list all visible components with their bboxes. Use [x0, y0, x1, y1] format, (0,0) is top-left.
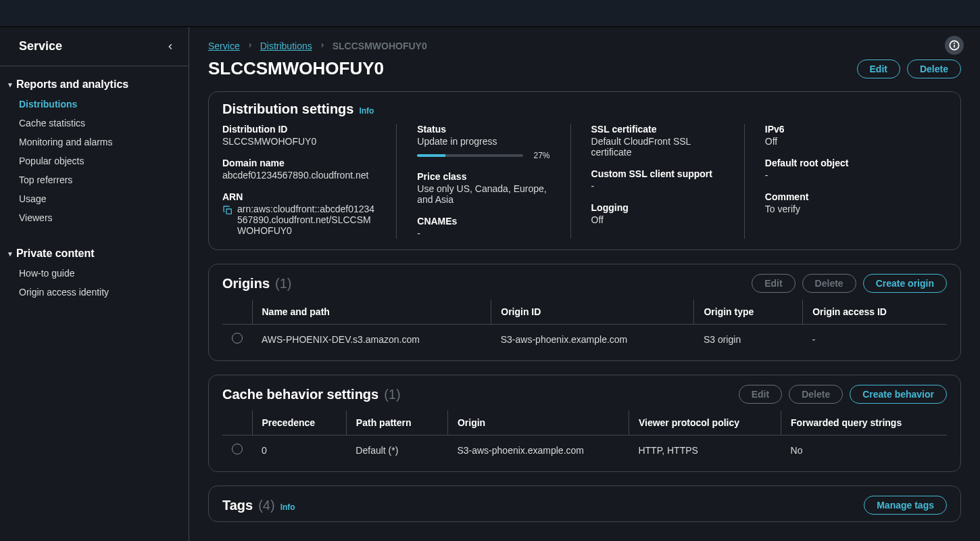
root-object-value: -: [765, 170, 927, 181]
th-origin: Origin: [447, 410, 629, 436]
ipv6-value: Off: [765, 136, 927, 147]
sidebar-item-monitoring[interactable]: Monitoring and alarms: [0, 133, 189, 151]
sidebar-header: Service: [0, 27, 189, 66]
th-origin-type: Origin type: [694, 300, 803, 325]
domain-name-value: abcdef01234567890.cloudfront.net: [222, 170, 376, 181]
chevron-right-icon: [319, 41, 326, 51]
sidebar-section-label: Private content: [16, 248, 95, 260]
table-row[interactable]: 0 Default (*) S3-aws-phoenix.example.com…: [222, 436, 947, 465]
field-label: CNAMEs: [417, 216, 549, 227]
progress-bar: [417, 154, 522, 157]
panel-title: Cache behavior settings (1): [222, 387, 401, 402]
sidebar: Service ▼ Reports and analytics Distribu…: [0, 27, 189, 541]
cell-precedence: 0: [252, 436, 346, 465]
caret-down-icon: ▼: [7, 81, 14, 89]
copy-icon[interactable]: [222, 205, 233, 216]
field-label: Comment: [765, 191, 927, 202]
panel-title: Origins (1): [222, 276, 291, 291]
main-content: Service Distributions SLCCSMWOHOFUY0 SLC…: [189, 27, 980, 541]
info-link[interactable]: Info: [359, 106, 374, 116]
sidebar-section-private: ▼ Private content How-to guide Origin ac…: [0, 235, 189, 310]
th-precedence: Precedence: [252, 410, 346, 436]
custom-ssl-value: -: [591, 181, 724, 191]
th-viewer-policy: Viewer protocol policy: [629, 410, 781, 436]
field-label: ARN: [222, 191, 376, 202]
cache-behavior-panel: Cache behavior settings (1) Edit Delete …: [208, 375, 961, 472]
breadcrumb-link-distributions[interactable]: Distributions: [260, 41, 312, 51]
chevron-left-icon[interactable]: [166, 42, 175, 51]
panel-count: (4): [258, 498, 274, 513]
field-label: Distribution ID: [222, 124, 376, 135]
price-class-value: Use only US, Canada, Europe, and Asia: [417, 183, 549, 205]
info-icon[interactable]: [945, 36, 964, 55]
sidebar-item-top-referrers[interactable]: Top referrers: [0, 170, 189, 189]
cell-pattern: Default (*): [346, 436, 447, 465]
cache-edit-button[interactable]: Edit: [739, 385, 782, 404]
th-origin-access: Origin access ID: [803, 300, 947, 325]
field-label: IPv6: [765, 124, 927, 135]
cell-name: AWS-PHOENIX-DEV.s3.amazon.com: [252, 325, 491, 354]
panel-count: (1): [384, 387, 400, 402]
table-row[interactable]: AWS-PHOENIX-DEV.s3.amazon.com S3-aws-pho…: [222, 325, 947, 354]
logging-value: Off: [591, 214, 724, 225]
sidebar-item-viewers[interactable]: Viewers: [0, 208, 189, 227]
status-value: Update in progress: [417, 136, 549, 147]
breadcrumb: Service Distributions SLCCSMWOHOFUY0: [208, 41, 961, 51]
ssl-value: Default CloudFront SSL certificate: [591, 136, 724, 158]
sidebar-item-usage[interactable]: Usage: [0, 189, 189, 208]
sidebar-item-distributions[interactable]: Distributions: [0, 95, 189, 114]
radio-select[interactable]: [232, 444, 243, 454]
breadcrumb-current: SLCCSMWOHOFUY0: [333, 41, 427, 51]
field-label: Domain name: [222, 158, 376, 168]
sidebar-item-how-to-guide[interactable]: How-to guide: [0, 264, 189, 283]
origins-delete-button[interactable]: Delete: [802, 274, 856, 293]
cell-fwd: No: [781, 436, 947, 465]
manage-tags-button[interactable]: Manage tags: [864, 496, 947, 515]
field-label: Status: [417, 124, 549, 135]
top-bar: [0, 0, 980, 27]
sidebar-item-origin-access-identity[interactable]: Origin access identity: [0, 283, 189, 302]
page-header: SLCCSMWOHOFUY0 Edit Delete: [208, 58, 961, 79]
th-name-path: Name and path: [252, 300, 491, 325]
field-label: Price class: [417, 171, 549, 182]
field-label: Logging: [591, 202, 724, 213]
panel-title-text: Origins: [222, 276, 270, 291]
info-link[interactable]: Info: [280, 502, 295, 512]
distribution-id-value: SLCCSMWOHOFUY0: [222, 136, 376, 147]
field-label: SSL certificate: [591, 124, 724, 135]
arn-value: arn:aws:cloudfront::abcdef01234567890.cl…: [237, 204, 376, 236]
create-behavior-button[interactable]: Create behavior: [850, 385, 947, 404]
svg-rect-3: [226, 209, 231, 214]
sidebar-item-popular-objects[interactable]: Popular objects: [0, 151, 189, 170]
tags-panel: Tags (4) Info Manage tags: [208, 486, 961, 522]
th-origin-id: Origin ID: [491, 300, 694, 325]
svg-point-2: [954, 43, 955, 44]
caret-down-icon: ▼: [7, 250, 14, 258]
sidebar-item-cache-statistics[interactable]: Cache statistics: [0, 114, 189, 133]
sidebar-section-label: Reports and analytics: [16, 78, 128, 91]
panel-title: Distribution settings Info: [222, 101, 374, 117]
cell-policy: HTTP, HTTPS: [629, 436, 781, 465]
cell-origin-type: S3 origin: [694, 325, 803, 354]
comment-value: To verify: [765, 204, 927, 214]
th-path-pattern: Path pattern: [346, 410, 447, 436]
cache-table: Precedence Path pattern Origin Viewer pr…: [222, 410, 947, 465]
cell-origin: S3-aws-phoenix.example.com: [447, 436, 629, 465]
sidebar-title: Service: [19, 39, 62, 53]
cache-delete-button[interactable]: Delete: [789, 385, 843, 404]
origins-edit-button[interactable]: Edit: [752, 274, 795, 293]
create-origin-button[interactable]: Create origin: [863, 274, 947, 293]
field-label: Default root object: [765, 158, 927, 168]
radio-select[interactable]: [232, 333, 243, 344]
breadcrumb-link-service[interactable]: Service: [208, 41, 240, 51]
th-fwd-query: Forwarded query strings: [781, 410, 947, 436]
origins-table: Name and path Origin ID Origin type Orig…: [222, 300, 947, 354]
sidebar-section-header-reports[interactable]: ▼ Reports and analytics: [0, 74, 189, 95]
panel-count: (1): [275, 276, 291, 291]
cell-origin-access: -: [803, 325, 947, 354]
delete-button[interactable]: Delete: [907, 60, 961, 78]
field-label: Custom SSL client support: [591, 168, 724, 179]
sidebar-section-header-private[interactable]: ▼ Private content: [0, 243, 189, 264]
distribution-settings-panel: Distribution settings Info Distribution …: [208, 91, 961, 250]
edit-button[interactable]: Edit: [857, 60, 900, 78]
